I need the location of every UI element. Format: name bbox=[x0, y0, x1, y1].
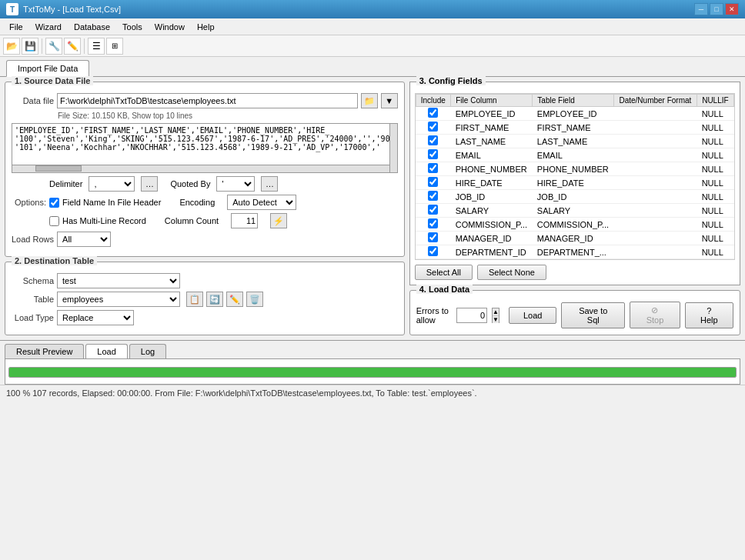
load-type-select[interactable]: Replace bbox=[57, 310, 134, 325]
include-checkbox-10[interactable] bbox=[428, 246, 438, 256]
toolbar-open[interactable]: 📂 bbox=[3, 38, 20, 55]
quotedby-select[interactable]: ' bbox=[216, 176, 255, 192]
menu-wizard[interactable]: Wizard bbox=[29, 21, 68, 33]
encoding-select[interactable]: Auto Detect bbox=[227, 195, 296, 210]
errors-input[interactable] bbox=[456, 308, 487, 323]
preview-vscrollbar[interactable] bbox=[389, 124, 397, 172]
column-count-label: Column Count bbox=[165, 216, 219, 225]
include-checkbox-0[interactable] bbox=[428, 108, 438, 118]
fields-table-container[interactable]: Include File Column Table Field Date/Num… bbox=[415, 93, 735, 260]
menu-help[interactable]: Help bbox=[191, 21, 221, 33]
format-cell bbox=[614, 245, 697, 259]
format-cell bbox=[614, 107, 697, 121]
menu-tools[interactable]: Tools bbox=[116, 21, 149, 33]
file-path-input[interactable] bbox=[57, 93, 358, 108]
include-checkbox-2[interactable] bbox=[428, 135, 438, 145]
menu-file[interactable]: File bbox=[3, 21, 29, 33]
table-field-cell: EMPLOYEE_ID bbox=[533, 107, 614, 121]
file-column-cell: MANAGER_ID bbox=[451, 232, 533, 245]
tab-import-file-data[interactable]: Import File Data bbox=[6, 60, 89, 77]
delimiter-more[interactable]: … bbox=[141, 176, 158, 192]
save-sql-button[interactable]: Save to Sql bbox=[561, 302, 625, 328]
menu-database[interactable]: Database bbox=[68, 21, 116, 33]
tab-load[interactable]: Load bbox=[85, 344, 127, 358]
toolbar-list[interactable]: ☰ bbox=[88, 38, 105, 55]
toolbar-settings[interactable]: 🔧 bbox=[45, 38, 62, 55]
format-cell bbox=[614, 204, 697, 218]
refresh-table-button[interactable]: 🔄 bbox=[206, 292, 223, 307]
main-tab-strip: Import File Data bbox=[0, 57, 745, 77]
table-field-cell: MANAGER_ID bbox=[533, 232, 614, 245]
select-buttons-row: Select All Select None bbox=[415, 265, 735, 280]
new-table-button[interactable]: 📋 bbox=[186, 292, 203, 307]
menu-bar: File Wizard Database Tools Window Help bbox=[0, 18, 745, 35]
load-rows-select[interactable]: All bbox=[57, 232, 111, 247]
include-checkbox-7[interactable] bbox=[428, 205, 438, 215]
include-checkbox-9[interactable] bbox=[428, 232, 438, 242]
stop-icon: ⊘ bbox=[651, 305, 658, 315]
nullif-cell: NULL bbox=[697, 121, 734, 135]
errors-down[interactable]: ▼ bbox=[493, 316, 499, 323]
table-row: PHONE_NUMBER PHONE_NUMBER NULL bbox=[416, 162, 733, 176]
table-field-cell: LAST_NAME bbox=[533, 135, 614, 148]
schema-select[interactable]: test bbox=[57, 273, 180, 288]
table-row: FIRST_NAME FIRST_NAME NULL bbox=[416, 121, 733, 135]
table-field-cell: COMMISSION_P... bbox=[533, 218, 614, 232]
progress-bar bbox=[9, 368, 736, 377]
delimiter-select[interactable]: , bbox=[89, 176, 135, 192]
tab-log[interactable]: Log bbox=[129, 344, 166, 358]
include-checkbox-5[interactable] bbox=[428, 177, 438, 187]
load-type-row: Load Type Replace bbox=[12, 310, 398, 325]
table-field-cell: JOB_ID bbox=[533, 190, 614, 204]
encoding-label: Encoding bbox=[179, 198, 215, 207]
include-checkbox-3[interactable] bbox=[428, 149, 438, 159]
stop-button[interactable]: ⊘ Stop bbox=[630, 302, 680, 328]
errors-spinner[interactable]: ▲ ▼ bbox=[492, 308, 499, 323]
delete-table-button[interactable]: 🗑️ bbox=[246, 292, 263, 307]
edit-table-button[interactable]: ✏️ bbox=[226, 292, 243, 307]
field-name-checkbox[interactable] bbox=[49, 198, 59, 208]
help-button[interactable]: ? Help bbox=[685, 302, 733, 328]
select-all-button[interactable]: Select All bbox=[415, 265, 473, 280]
delimiter-row: Delimiter , … Quoted By ' … bbox=[49, 176, 398, 192]
errors-up[interactable]: ▲ bbox=[493, 308, 499, 316]
load-button[interactable]: Load bbox=[509, 307, 556, 324]
include-checkbox-8[interactable] bbox=[428, 218, 438, 228]
source-data-group: 1. Source Data File Data file 📁 ▼ File S… bbox=[5, 82, 405, 257]
quotedby-more[interactable]: … bbox=[261, 176, 278, 192]
multiline-checkbox[interactable] bbox=[49, 216, 59, 226]
select-none-button[interactable]: Select None bbox=[477, 265, 546, 280]
maximize-button[interactable]: □ bbox=[710, 3, 723, 15]
include-checkbox-4[interactable] bbox=[428, 163, 438, 173]
nullif-cell: NULL bbox=[697, 135, 734, 148]
data-file-row: Data file 📁 ▼ bbox=[12, 93, 398, 108]
include-checkbox-1[interactable] bbox=[428, 122, 438, 132]
preview-hscrollbar[interactable] bbox=[12, 165, 389, 172]
file-column-cell: HIRE_DATE bbox=[451, 176, 533, 190]
column-count-input[interactable] bbox=[231, 213, 258, 228]
options-row: Options: Delimiter , … Quoted By ' … bbox=[12, 176, 398, 228]
format-cell bbox=[614, 232, 697, 245]
menu-window[interactable]: Window bbox=[149, 21, 191, 33]
file-column-cell: PHONE_NUMBER bbox=[451, 162, 533, 176]
column-count-detect[interactable]: ⚡ bbox=[270, 213, 287, 228]
toolbar-grid[interactable]: ⊞ bbox=[106, 38, 123, 55]
toolbar-save[interactable]: 💾 bbox=[22, 38, 38, 55]
format-cell bbox=[614, 218, 697, 232]
config-fields-title: 3. Config Fields bbox=[416, 76, 486, 85]
toolbar: 📂 💾 🔧 ✏️ ☰ ⊞ bbox=[0, 35, 745, 57]
close-button[interactable]: ✕ bbox=[725, 3, 739, 15]
table-select[interactable]: employees bbox=[57, 292, 180, 307]
destination-table-title: 2. Destination Table bbox=[12, 256, 97, 265]
browse-button[interactable]: 📁 bbox=[361, 93, 378, 108]
table-row: EMAIL EMAIL NULL bbox=[416, 148, 733, 162]
dropdown-button[interactable]: ▼ bbox=[381, 93, 398, 108]
schema-label: Schema bbox=[12, 276, 54, 285]
format-cell bbox=[614, 121, 697, 135]
app-icon: T bbox=[6, 3, 18, 15]
include-checkbox-6[interactable] bbox=[428, 191, 438, 201]
minimize-button[interactable]: ─ bbox=[694, 3, 708, 15]
toolbar-edit[interactable]: ✏️ bbox=[64, 38, 81, 55]
tab-result-preview[interactable]: Result Preview bbox=[5, 344, 84, 358]
col-table-field: Table Field bbox=[533, 95, 614, 107]
